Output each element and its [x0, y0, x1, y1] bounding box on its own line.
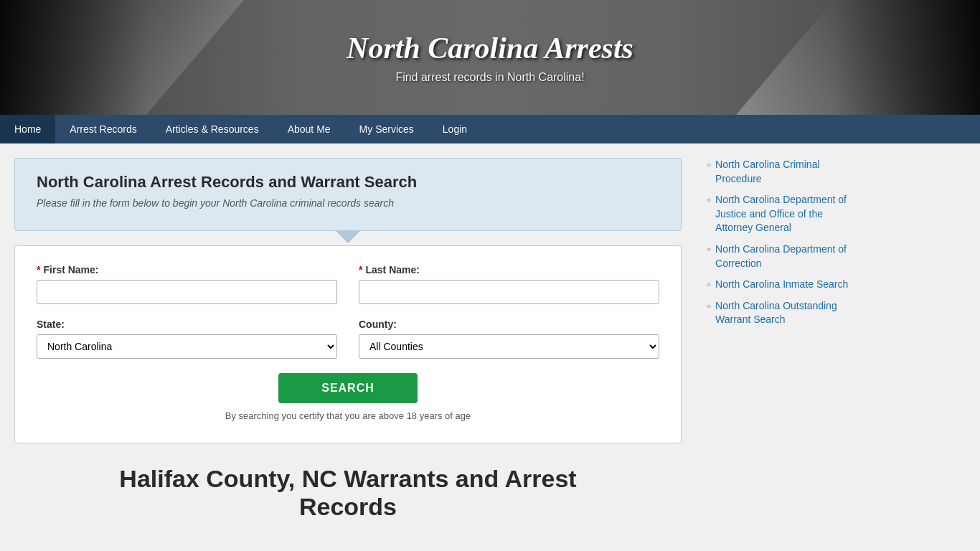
sidebar-link-2[interactable]: ○ North Carolina Department of Correctio…	[707, 242, 857, 270]
nav-arrest-records[interactable]: Arrest Records	[55, 115, 151, 143]
bullet-1: ○	[707, 195, 711, 205]
site-subtitle: Find arrest records in North Carolina!	[395, 71, 584, 84]
nav-about[interactable]: About Me	[273, 115, 345, 143]
last-name-group: *Last Name:	[359, 264, 659, 304]
sidebar-link-1[interactable]: ○ North Carolina Department of Justice a…	[707, 193, 857, 235]
sidebar-link-4[interactable]: ○ North Carolina Outstanding Warrant Sea…	[707, 299, 857, 327]
last-name-label: *Last Name:	[359, 264, 659, 276]
last-name-required: *	[359, 264, 362, 276]
state-select[interactable]: North Carolina	[37, 334, 337, 359]
main-nav: Home Arrest Records Articles & Resources…	[0, 115, 980, 143]
name-row: *First Name: *Last Name:	[37, 264, 659, 304]
search-box-title: North Carolina Arrest Records and Warran…	[37, 173, 659, 192]
nav-login[interactable]: Login	[428, 115, 481, 143]
content-area: North Carolina Arrest Records and Warran…	[0, 143, 696, 535]
search-header-box: North Carolina Arrest Records and Warran…	[14, 158, 682, 231]
site-title: North Carolina Arrests	[347, 31, 633, 65]
bullet-3: ○	[707, 280, 711, 290]
sidebar-link-3[interactable]: ○ North Carolina Inmate Search	[707, 278, 857, 292]
main-layout: North Carolina Arrest Records and Warran…	[0, 143, 980, 535]
county-select[interactable]: All Counties	[359, 334, 659, 359]
first-name-required: *	[37, 264, 40, 276]
search-button[interactable]: SEARCH	[278, 373, 418, 403]
page-title: Halifax County, NC Warrants and Arrest R…	[14, 465, 682, 521]
nav-services[interactable]: My Services	[345, 115, 428, 143]
state-group: State: North Carolina	[37, 319, 337, 359]
location-row: State: North Carolina County: All Counti…	[37, 319, 659, 359]
search-disclaimer: By searching you certify that you are ab…	[37, 410, 659, 421]
county-group: County: All Counties	[359, 319, 659, 359]
nav-articles[interactable]: Articles & Resources	[151, 115, 273, 143]
nav-home[interactable]: Home	[0, 115, 55, 143]
county-label: County:	[359, 319, 659, 330]
first-name-label: *First Name:	[37, 264, 337, 276]
bullet-0: ○	[707, 160, 711, 170]
sidebar-link-0[interactable]: ○ North Carolina Criminal Procedure	[707, 158, 857, 186]
bullet-4: ○	[707, 301, 711, 311]
site-header: North Carolina Arrests Find arrest recor…	[0, 0, 980, 115]
state-label: State:	[37, 319, 337, 330]
first-name-group: *First Name:	[37, 264, 337, 304]
sidebar: ○ North Carolina Criminal Procedure ○ No…	[696, 143, 868, 535]
first-name-input[interactable]	[37, 280, 337, 304]
search-box-subtitle: Please fill in the form below to begin y…	[37, 197, 659, 209]
search-form-container: *First Name: *Last Name: State: North Ca…	[14, 245, 682, 443]
page-heading: Halifax County, NC Warrants and Arrest R…	[14, 465, 682, 521]
bullet-2: ○	[707, 245, 711, 255]
last-name-input[interactable]	[359, 280, 659, 304]
